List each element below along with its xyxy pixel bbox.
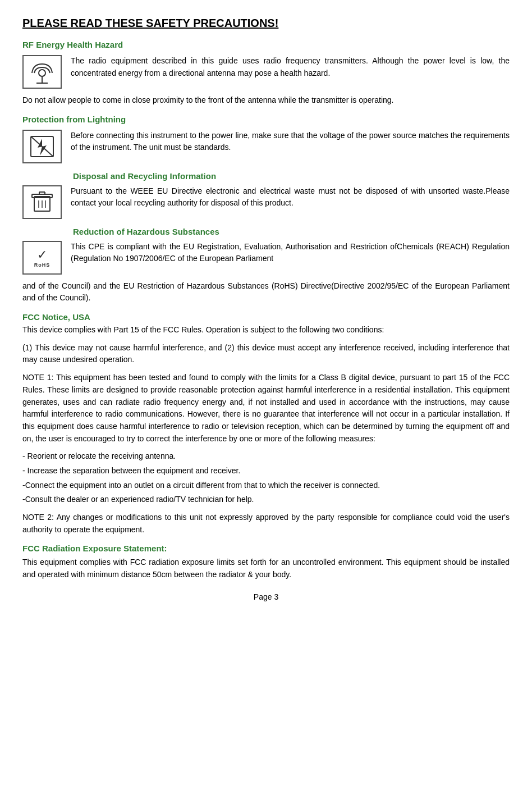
rf-energy-body: The radio equipment described in this gu… bbox=[71, 55, 510, 79]
rohs-icon: ✓ RoHS bbox=[22, 241, 62, 275]
rf-energy-title: RF Energy Health Hazard bbox=[22, 40, 510, 49]
fcc-para4: NOTE 2: Any changes or modifications to … bbox=[22, 512, 510, 536]
rf-energy-note: Do not allow people to come in close pro… bbox=[22, 94, 510, 107]
disposal-title: Disposal and Recycling Information bbox=[73, 171, 510, 181]
disposal-icon bbox=[22, 185, 62, 219]
main-title: PLEASE READ THESE SAFETY PRECAUTIONS! bbox=[22, 17, 510, 30]
fcc-list-item-2: - Increase the separation between the eq… bbox=[22, 465, 510, 477]
fcc-radiation-para1: This equipment complies with FCC radiati… bbox=[22, 556, 510, 581]
fcc-list-item-1: - Reorient or relocate the receiving ant… bbox=[22, 450, 510, 463]
lightning-icon bbox=[22, 130, 62, 163]
reduction-title: Reduction of Hazardous Substances bbox=[73, 227, 510, 236]
svg-point-0 bbox=[39, 70, 45, 76]
fcc-list-item-4: -Consult the dealer or an experienced ra… bbox=[22, 494, 510, 506]
page-number: Page 3 bbox=[22, 592, 510, 601]
disposal-body: Pursuant to the WEEE EU Directive electr… bbox=[71, 185, 510, 209]
reduction-body: This CPE is compliant with the EU Regist… bbox=[71, 241, 510, 265]
fcc-list: - Reorient or relocate the receiving ant… bbox=[22, 450, 510, 506]
fcc-title: FCC Notice, USA bbox=[22, 312, 510, 322]
rf-energy-icon bbox=[22, 55, 62, 89]
fcc-para1: This device complies with Part 15 of the… bbox=[22, 324, 510, 336]
lightning-body: Before connecting this instrument to the… bbox=[71, 130, 510, 154]
svg-marker-5 bbox=[38, 139, 47, 156]
fcc-para2: (1) This device may not cause harmful in… bbox=[22, 342, 510, 366]
fcc-list-item-3: -Connect the equipment into an outlet on… bbox=[22, 480, 510, 492]
reduction-body2: and of the Council) and the EU Restricti… bbox=[22, 280, 510, 304]
rohs-check-icon: ✓ bbox=[37, 248, 47, 262]
rohs-label: RoHS bbox=[34, 262, 51, 268]
fcc-radiation-title: FCC Radiation Exposure Statement: bbox=[22, 544, 510, 553]
fcc-para3: NOTE 1: This equipment has been tested a… bbox=[22, 372, 510, 445]
lightning-title: Protection from Lightning bbox=[22, 115, 510, 124]
